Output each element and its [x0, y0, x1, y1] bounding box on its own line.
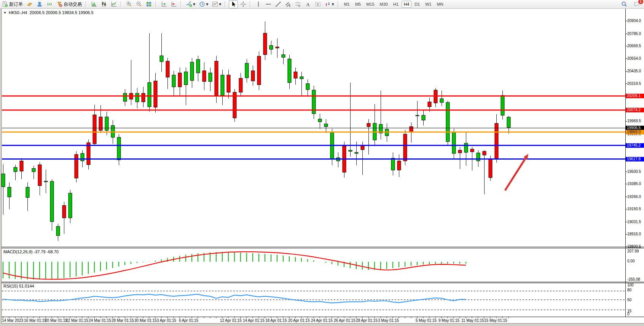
- toolbar-left: 新订单自动交易▼▼▼EFAT▼M1M5M15M30H1H4D1W1MN: [0, 0, 619, 8]
- chart-background: [2, 9, 644, 323]
- equidistant-channel-button[interactable]: E: [284, 0, 293, 8]
- text-icon: A: [305, 1, 311, 7]
- svg-text:T: T: [317, 3, 319, 6]
- crosshair-button[interactable]: [239, 0, 248, 8]
- ohlc-open: 20006.5: [29, 10, 45, 15]
- candle-body: [142, 93, 145, 102]
- tile-windows-icon: [146, 1, 152, 7]
- text-button[interactable]: A: [303, 0, 312, 8]
- zoom-in-button[interactable]: [124, 0, 134, 8]
- candle-body: [306, 84, 309, 90]
- timeframe-w1-button[interactable]: W1: [423, 1, 434, 8]
- candle-body: [367, 123, 370, 126]
- community-button[interactable]: [35, 0, 44, 8]
- dropdown-caret-icon: ▼: [219, 3, 221, 6]
- candle-body: [221, 75, 224, 96]
- candle-body: [209, 73, 212, 82]
- autotrade-button[interactable]: 自动交易: [55, 0, 83, 8]
- candle-body: [26, 187, 29, 198]
- cursor-button[interactable]: [229, 0, 238, 8]
- candle-body: [87, 143, 90, 165]
- candle-body: [14, 168, 17, 172]
- candle-body: [410, 126, 413, 132]
- fibonacci-button[interactable]: F: [293, 0, 303, 8]
- tile-windows-button[interactable]: [144, 0, 153, 8]
- candle-body: [483, 151, 486, 155]
- macd-values: -37.79 -68.70: [33, 249, 58, 254]
- signals-button[interactable]: [45, 0, 54, 8]
- timeframe-m15-button[interactable]: M15: [364, 1, 376, 8]
- bar-chart-button[interactable]: [89, 0, 99, 8]
- candle-body: [251, 71, 255, 81]
- timeframe-m30-button[interactable]: M30: [378, 1, 390, 8]
- candle-body: [227, 75, 230, 92]
- candle-body: [452, 132, 456, 153]
- candle-body: [422, 115, 425, 120]
- rsi-title: RSI(15): [3, 284, 18, 288]
- periods-button[interactable]: ▼: [198, 0, 210, 8]
- dropdown-caret-icon: ▼: [332, 3, 334, 6]
- chat-button[interactable]: 1: [632, 0, 641, 8]
- trendline-button[interactable]: [274, 0, 283, 8]
- candle-body: [50, 181, 54, 222]
- vertical-line-button[interactable]: [254, 0, 263, 8]
- line-chart-icon: [111, 1, 117, 7]
- chart-shift-button[interactable]: [169, 0, 179, 8]
- candle-body: [282, 55, 285, 58]
- candle-body: [416, 115, 419, 116]
- line-chart-button[interactable]: [109, 0, 118, 8]
- candle-body: [324, 124, 328, 126]
- candle-body: [123, 93, 127, 101]
- candle-body: [501, 96, 504, 115]
- toolbar-separator: [120, 2, 123, 7]
- zoom-out-button[interactable]: [134, 0, 143, 8]
- timeframe-h1-button[interactable]: H1: [391, 1, 401, 8]
- candle-body: [489, 159, 492, 177]
- timeframe-mn-button[interactable]: MN: [435, 1, 446, 8]
- timeframe-m5-button[interactable]: M5: [353, 1, 363, 8]
- zoom-out-icon: [136, 1, 142, 7]
- rsi-value: 51.0144: [19, 284, 34, 288]
- text-label-icon: T: [315, 1, 321, 7]
- notification-badge: 1: [638, 0, 643, 4]
- chart-ohlc-header: ▼ HK50-,H4 20006.5 20006.5 19834.5 19906…: [3, 10, 94, 15]
- chart-canvas[interactable]: [0, 0, 644, 326]
- cursor-icon: [230, 1, 236, 7]
- symbol-dropdown-icon[interactable]: ▼: [3, 11, 6, 14]
- timeframe-d1-button[interactable]: D1: [412, 1, 422, 8]
- arrows-button[interactable]: ▼: [323, 0, 335, 8]
- text-label-button[interactable]: T: [313, 0, 322, 8]
- ohlc-high: 20006.5: [46, 10, 61, 15]
- auto-scroll-button[interactable]: [159, 0, 169, 8]
- toolbar-separator: [155, 2, 158, 7]
- community-icon: [37, 1, 43, 7]
- candlestick-chart-button[interactable]: [99, 0, 108, 8]
- svg-text:E: E: [289, 5, 291, 7]
- candle-chart-icon: [101, 1, 107, 7]
- styler-button[interactable]: [25, 0, 34, 8]
- candle-body: [276, 47, 279, 48]
- new-order-button[interactable]: 新订单: [0, 0, 24, 8]
- toolbar-separator: [250, 2, 252, 7]
- toolbar-right: 1: [619, 0, 644, 8]
- candle-body: [397, 161, 401, 170]
- candle-body: [403, 134, 407, 161]
- macd-pane-header: MACD(12,26,9) -37.79 -68.70: [3, 249, 59, 254]
- search-icon: [621, 1, 627, 7]
- zoom-in-icon: [126, 1, 132, 7]
- candle-body: [75, 155, 78, 178]
- horizontal-line-button[interactable]: [264, 0, 273, 8]
- timeframe-h4-button[interactable]: H4: [402, 1, 411, 8]
- indicators-button[interactable]: ▼: [185, 0, 197, 8]
- templates-button[interactable]: ▼: [210, 0, 223, 8]
- candle-body: [178, 73, 182, 87]
- search-button[interactable]: [620, 0, 629, 8]
- candle-body: [148, 83, 151, 107]
- ohlc-close: 19906.5: [78, 10, 94, 15]
- indicators-icon: [186, 1, 192, 7]
- timeframe-m1-button[interactable]: M1: [342, 1, 352, 8]
- candle-body: [391, 158, 395, 170]
- rsi-pane-header: RSI(15) 51.0144: [3, 284, 34, 288]
- autotrade-button-label: 自动交易: [64, 1, 82, 8]
- candle-body: [318, 119, 322, 122]
